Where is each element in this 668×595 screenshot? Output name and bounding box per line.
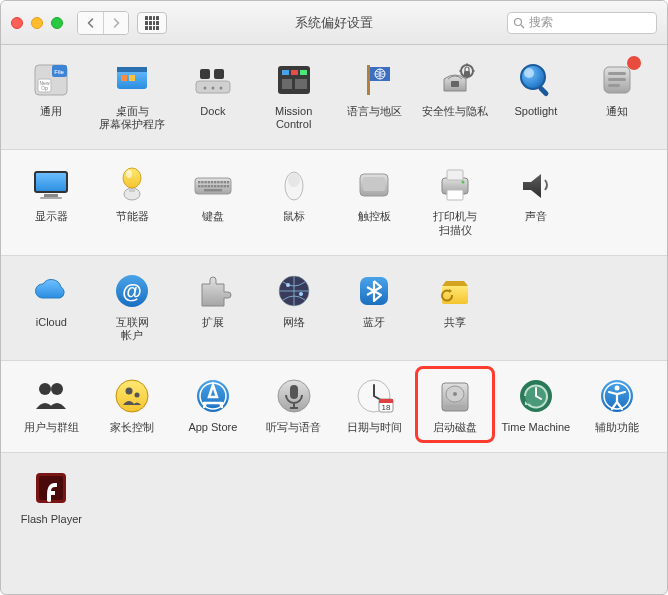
app-store-icon (192, 375, 234, 417)
pref-item-notifications[interactable]: 通知 (577, 59, 657, 118)
svg-point-32 (524, 68, 534, 78)
pref-section: iCloud@互联网 帐户扩展网络蓝牙共享 (1, 255, 667, 360)
svg-rect-48 (201, 181, 203, 183)
extensions-icon (192, 270, 234, 312)
time-machine-icon (515, 375, 557, 417)
svg-rect-51 (211, 181, 213, 183)
pref-item-date-time[interactable]: 18日期与时间 (334, 375, 414, 434)
svg-rect-52 (214, 181, 216, 183)
pref-item-users[interactable]: 用户与群组 (11, 375, 91, 434)
pref-item-trackpad[interactable]: 触控板 (334, 164, 414, 223)
pref-item-sound[interactable]: 声音 (496, 164, 576, 223)
pref-item-label: iCloud (36, 316, 67, 329)
zoom-button[interactable] (51, 17, 63, 29)
pref-item-mission-control[interactable]: Mission Control (254, 59, 334, 131)
pref-item-mouse[interactable]: 鼠标 (254, 164, 334, 223)
pref-item-keyboard[interactable]: 键盘 (173, 164, 253, 223)
svg-point-16 (211, 87, 214, 90)
pref-item-startup-disk[interactable]: 启动磁盘 (415, 366, 495, 443)
svg-point-99 (453, 392, 457, 396)
pref-item-dictation[interactable]: 听写与语音 (254, 375, 334, 434)
pref-item-internet-accounts[interactable]: @互联网 帐户 (92, 270, 172, 342)
svg-point-44 (123, 168, 141, 188)
svg-rect-64 (220, 185, 222, 187)
svg-point-15 (203, 87, 206, 90)
pref-item-time-machine[interactable]: Time Machine (496, 375, 576, 434)
pref-item-security[interactable]: 安全性与隐私 (415, 59, 495, 118)
printers-icon (434, 164, 476, 206)
pref-item-app-store[interactable]: App Store (173, 375, 253, 434)
mouse-icon (273, 164, 315, 206)
svg-point-69 (288, 173, 300, 187)
svg-point-88 (135, 393, 140, 398)
svg-text:18: 18 (382, 403, 391, 412)
pref-item-flash-player[interactable]: Flash Player (11, 467, 91, 526)
close-button[interactable] (11, 17, 23, 29)
pref-item-displays[interactable]: 显示器 (11, 164, 91, 223)
show-all-button[interactable] (137, 12, 167, 34)
pref-item-general[interactable]: FileNewOp通用 (11, 59, 91, 118)
svg-rect-60 (207, 185, 209, 187)
search-field[interactable]: 搜索 (507, 12, 657, 34)
pref-section: 用户与群组家长控制App Store听写与语音18日期与时间启动磁盘Time M… (1, 360, 667, 452)
svg-rect-10 (121, 75, 127, 81)
pref-item-dock[interactable]: Dock (173, 59, 253, 118)
svg-rect-20 (291, 70, 298, 75)
pref-item-label: 扩展 (202, 316, 224, 329)
pref-item-label: 鼠标 (283, 210, 305, 223)
svg-point-81 (299, 292, 303, 296)
pref-item-label: 节能器 (116, 210, 149, 223)
spotlight-icon (515, 59, 557, 101)
pref-item-spotlight[interactable]: Spotlight (496, 59, 576, 118)
pref-item-printers[interactable]: 打印机与 扫描仪 (415, 164, 495, 236)
svg-point-105 (614, 386, 619, 391)
pref-item-label: 听写与语音 (266, 421, 321, 434)
minimize-button[interactable] (31, 17, 43, 29)
users-icon (30, 375, 72, 417)
pref-item-label: 声音 (525, 210, 547, 223)
desktop-icon (111, 59, 153, 101)
pref-item-energy[interactable]: 节能器 (92, 164, 172, 223)
dictation-icon (273, 375, 315, 417)
svg-text:@: @ (122, 280, 142, 302)
svg-rect-35 (608, 72, 626, 75)
svg-rect-63 (217, 185, 219, 187)
pref-item-sharing[interactable]: 共享 (415, 270, 495, 329)
pref-item-accessibility[interactable]: 辅助功能 (577, 375, 657, 434)
svg-rect-22 (282, 79, 292, 89)
nav-buttons (77, 11, 129, 35)
svg-rect-36 (608, 78, 626, 81)
svg-point-45 (126, 170, 132, 178)
svg-point-87 (126, 388, 133, 395)
preferences-grid: FileNewOp通用桌面与 屏幕保护程序DockMission Control… (1, 45, 667, 594)
pref-item-label: App Store (188, 421, 237, 434)
forward-button[interactable] (103, 12, 128, 34)
pref-item-desktop[interactable]: 桌面与 屏幕保护程序 (92, 59, 172, 131)
pref-item-label: 键盘 (202, 210, 224, 223)
pref-item-label: 日期与时间 (347, 421, 402, 434)
pref-item-label: Time Machine (502, 421, 571, 434)
svg-rect-21 (300, 70, 307, 75)
pref-item-label: 打印机与 扫描仪 (433, 210, 477, 236)
back-button[interactable] (78, 12, 103, 34)
sharing-icon (434, 270, 476, 312)
pref-item-parental[interactable]: 家长控制 (92, 375, 172, 434)
svg-rect-9 (117, 67, 147, 72)
pref-item-label: 触控板 (358, 210, 391, 223)
pref-item-label: 互联网 帐户 (116, 316, 149, 342)
pref-item-network[interactable]: 网络 (254, 270, 334, 329)
svg-point-80 (286, 283, 290, 287)
notification-badge (627, 56, 641, 70)
displays-icon (30, 164, 72, 206)
pref-item-icloud[interactable]: iCloud (11, 270, 91, 329)
icloud-icon (30, 270, 72, 312)
pref-item-bluetooth[interactable]: 蓝牙 (334, 270, 414, 329)
pref-item-label: Flash Player (21, 513, 82, 526)
svg-rect-61 (211, 185, 213, 187)
pref-section: FileNewOp通用桌面与 屏幕保护程序DockMission Control… (1, 45, 667, 149)
svg-text:File: File (55, 69, 65, 75)
search-icon (513, 17, 525, 29)
pref-item-extensions[interactable]: 扩展 (173, 270, 253, 329)
pref-item-language[interactable]: 语言与地区 (334, 59, 414, 118)
svg-rect-65 (223, 185, 225, 187)
